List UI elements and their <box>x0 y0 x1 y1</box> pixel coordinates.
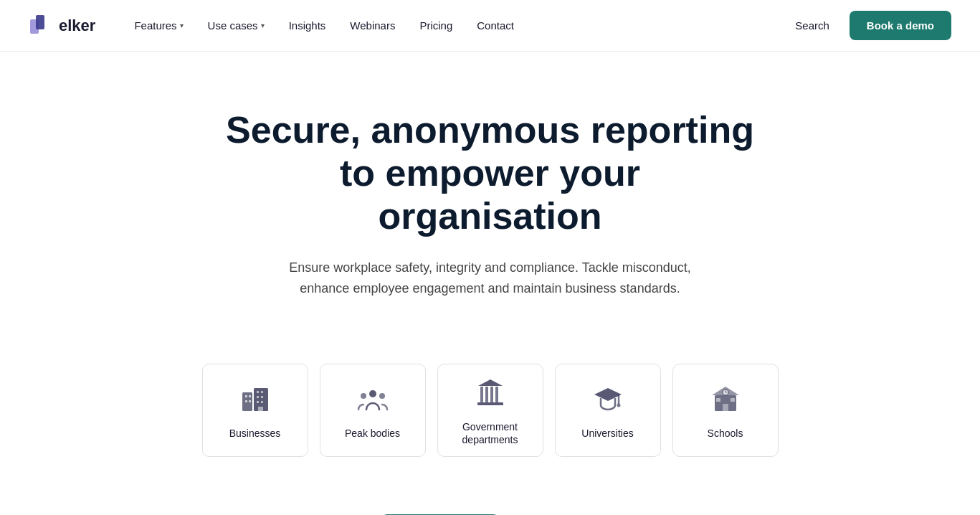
logo[interactable]: elker <box>29 14 95 38</box>
card-label-universities: Universities <box>581 427 633 440</box>
card-label-schools: Schools <box>708 427 743 440</box>
nav-item-contact[interactable]: Contact <box>467 14 524 37</box>
brand-name: elker <box>59 16 95 35</box>
pillar-icon <box>472 374 508 410</box>
hero-section: Secure, anonymous reporting to empower y… <box>0 52 980 364</box>
svg-rect-11 <box>261 396 263 398</box>
svg-rect-23 <box>477 402 503 405</box>
svg-rect-12 <box>257 401 259 403</box>
nav-right: Search Book a demo <box>786 11 951 40</box>
nav-label-features: Features <box>134 19 176 32</box>
svg-rect-1 <box>36 15 44 29</box>
card-businesses[interactable]: Businesses <box>202 364 308 457</box>
navbar: elker Features ▾ Use cases ▾ Insights We… <box>0 0 980 52</box>
nav-item-pricing[interactable]: Pricing <box>409 14 462 37</box>
school-icon <box>708 381 743 417</box>
chevron-down-icon: ▾ <box>261 22 265 29</box>
buildings-icon <box>237 381 273 417</box>
card-government-departments[interactable]: Government departments <box>437 364 543 457</box>
nav-item-use-cases[interactable]: Use cases ▾ <box>198 14 275 37</box>
svg-point-16 <box>361 393 366 399</box>
hero-title: Secure, anonymous reporting to empower y… <box>225 109 756 237</box>
nav-label-contact: Contact <box>477 19 514 32</box>
svg-rect-22 <box>495 387 498 402</box>
svg-rect-5 <box>249 395 251 397</box>
svg-rect-20 <box>485 387 488 402</box>
svg-rect-6 <box>245 400 247 402</box>
svg-point-26 <box>617 403 620 407</box>
cta-row: Book a demo How it works → <box>0 500 980 515</box>
card-label-government: Government departments <box>438 420 543 446</box>
svg-rect-9 <box>261 391 263 393</box>
svg-rect-8 <box>257 391 259 393</box>
svg-rect-7 <box>249 400 251 402</box>
people-icon <box>355 381 391 417</box>
svg-rect-19 <box>480 387 483 402</box>
card-schools[interactable]: Schools <box>672 364 779 457</box>
svg-rect-10 <box>257 396 259 398</box>
graduation-icon <box>590 381 626 417</box>
svg-rect-21 <box>490 387 493 402</box>
card-universities[interactable]: Universities <box>555 364 661 457</box>
svg-rect-33 <box>723 404 728 411</box>
search-button[interactable]: Search <box>786 14 838 37</box>
card-label-businesses: Businesses <box>229 427 281 440</box>
svg-rect-14 <box>258 407 263 411</box>
nav-label-webinars: Webinars <box>350 19 395 32</box>
svg-rect-34 <box>716 398 720 402</box>
nav-item-insights[interactable]: Insights <box>279 14 336 37</box>
svg-rect-4 <box>245 395 247 397</box>
cards-row: Businesses Peak bodies <box>0 364 980 500</box>
svg-rect-35 <box>731 398 735 402</box>
nav-label-pricing: Pricing <box>419 19 452 32</box>
nav-label-insights: Insights <box>289 19 326 32</box>
logo-icon <box>29 14 53 38</box>
svg-point-17 <box>379 393 385 399</box>
chevron-down-icon: ▾ <box>180 22 184 29</box>
svg-marker-18 <box>478 379 503 386</box>
nav-item-features[interactable]: Features ▾ <box>124 14 193 37</box>
nav-item-webinars[interactable]: Webinars <box>340 14 405 37</box>
nav-book-demo-button[interactable]: Book a demo <box>850 11 951 40</box>
hero-subtitle: Ensure workplace safety, integrity and c… <box>268 258 713 299</box>
svg-rect-13 <box>261 401 263 403</box>
card-label-peak-bodies: Peak bodies <box>345 427 400 440</box>
svg-point-15 <box>369 390 376 397</box>
nav-label-use-cases: Use cases <box>208 19 258 32</box>
svg-marker-24 <box>594 388 622 401</box>
card-peak-bodies[interactable]: Peak bodies <box>320 364 426 457</box>
nav-links: Features ▾ Use cases ▾ Insights Webinars… <box>124 14 786 37</box>
